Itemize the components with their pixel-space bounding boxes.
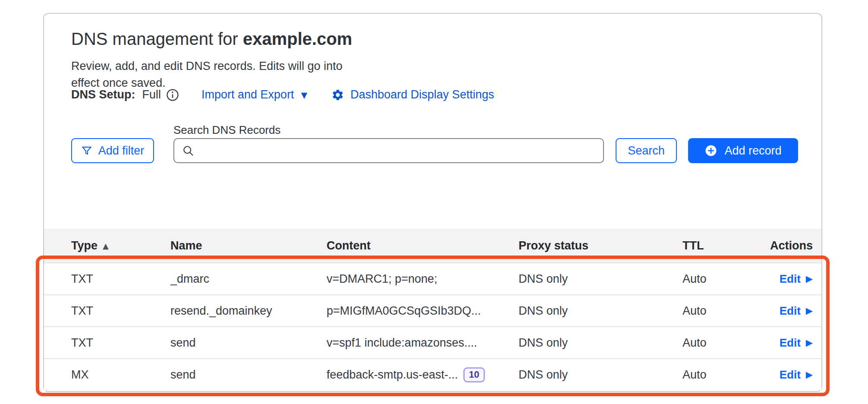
table-row: MX send feedback-smtp.us-east-... 10 DNS…	[44, 358, 821, 390]
search-button-label: Search	[628, 144, 665, 158]
priority-badge: 10	[463, 367, 485, 382]
search-input[interactable]	[199, 139, 595, 162]
search-button[interactable]: Search	[616, 138, 677, 163]
filter-funnel-icon	[81, 145, 92, 156]
cell-ttl: Auto	[682, 336, 762, 350]
record-content: v=DMARC1; p=none;	[327, 272, 437, 286]
plus-circle-icon	[704, 144, 717, 157]
dashboard-display-settings-link[interactable]: Dashboard Display Settings	[331, 88, 494, 101]
edit-link[interactable]: Edit▶	[780, 272, 813, 286]
cell-content: v=spf1 include:amazonses....	[327, 336, 519, 350]
cell-ttl: Auto	[682, 368, 762, 382]
import-export-link[interactable]: Import and Export ▼	[201, 88, 307, 101]
column-header-name: Name	[170, 239, 327, 252]
cell-type: TXT	[71, 272, 170, 286]
record-content: p=MIGfMA0GCSqGSIb3DQ...	[327, 304, 481, 318]
dns-setup-value: Full	[142, 88, 161, 101]
edit-link[interactable]: Edit▶	[780, 304, 813, 318]
column-header-type[interactable]: Type ▲	[71, 239, 170, 252]
cell-ttl: Auto	[682, 304, 762, 318]
column-header-proxy-status: Proxy status	[519, 239, 682, 252]
dns-setup-row: DNS Setup: Full Import and Export ▼ Dash…	[71, 88, 494, 101]
cell-proxy-status: DNS only	[519, 272, 682, 286]
search-box	[173, 138, 604, 163]
table-row: TXT _dmarc v=DMARC1; p=none; DNS only Au…	[44, 262, 821, 294]
import-export-label: Import and Export	[201, 88, 294, 101]
toolbar: Add filter Search Add record	[44, 138, 821, 163]
table-row: TXT send v=spf1 include:amazonses.... DN…	[44, 326, 821, 358]
add-filter-label: Add filter	[98, 144, 145, 158]
column-header-type-label: Type	[71, 239, 97, 252]
page-title-prefix: DNS management for	[71, 29, 243, 48]
dns-setup-label: DNS Setup:	[71, 88, 135, 101]
dns-records-table: Type ▲ Name Content Proxy status TTL Act…	[44, 229, 821, 390]
table-row: TXT resend._domainkey p=MIGfMA0GCSqGSIb3…	[44, 294, 821, 326]
edit-label: Edit	[780, 272, 801, 286]
chevron-right-icon: ▶	[806, 369, 813, 380]
search-icon	[182, 145, 194, 157]
cell-type: MX	[71, 368, 170, 382]
edit-link[interactable]: Edit▶	[780, 368, 813, 382]
edit-label: Edit	[780, 336, 801, 350]
column-header-ttl: TTL	[682, 239, 762, 252]
cell-content: p=MIGfMA0GCSqGSIb3DQ...	[327, 304, 519, 318]
cell-proxy-status: DNS only	[519, 304, 682, 318]
cell-content: v=DMARC1; p=none;	[327, 272, 519, 286]
table-header-row: Type ▲ Name Content Proxy status TTL Act…	[44, 229, 821, 262]
dashboard-display-settings-label: Dashboard Display Settings	[350, 88, 494, 101]
cell-ttl: Auto	[682, 272, 762, 286]
edit-label: Edit	[780, 304, 801, 318]
record-content: v=spf1 include:amazonses....	[327, 336, 477, 350]
cell-type: TXT	[71, 304, 170, 318]
dns-management-card: DNS management for example.com Review, a…	[43, 13, 822, 392]
cell-proxy-status: DNS only	[519, 368, 682, 382]
add-record-label: Add record	[724, 144, 781, 158]
cell-name: send	[170, 336, 327, 350]
cell-content: feedback-smtp.us-east-... 10	[327, 367, 519, 382]
add-record-button[interactable]: Add record	[688, 138, 798, 163]
chevron-right-icon: ▶	[806, 338, 813, 348]
page-description: Review, add, and edit DNS records. Edits…	[71, 58, 343, 92]
record-content: feedback-smtp.us-east-...	[327, 368, 458, 382]
chevron-right-icon: ▶	[806, 274, 813, 284]
cell-type: TXT	[71, 336, 170, 350]
search-field-label: Search DNS Records	[173, 123, 281, 137]
sort-ascending-icon: ▲	[103, 241, 109, 250]
column-header-content: Content	[327, 239, 519, 252]
cell-name: _dmarc	[170, 272, 327, 286]
chevron-down-icon: ▼	[301, 90, 308, 100]
domain-name: example.com	[243, 29, 352, 48]
column-header-actions: Actions	[770, 239, 813, 252]
cell-name: send	[170, 368, 327, 382]
add-filter-button[interactable]: Add filter	[71, 138, 154, 163]
info-icon[interactable]	[166, 88, 179, 101]
cell-proxy-status: DNS only	[519, 336, 682, 350]
edit-link[interactable]: Edit▶	[780, 336, 813, 350]
page-title: DNS management for example.com	[71, 29, 352, 49]
cell-name: resend._domainkey	[170, 304, 327, 318]
chevron-right-icon: ▶	[806, 306, 813, 316]
edit-label: Edit	[780, 368, 801, 382]
gear-icon	[331, 88, 344, 101]
